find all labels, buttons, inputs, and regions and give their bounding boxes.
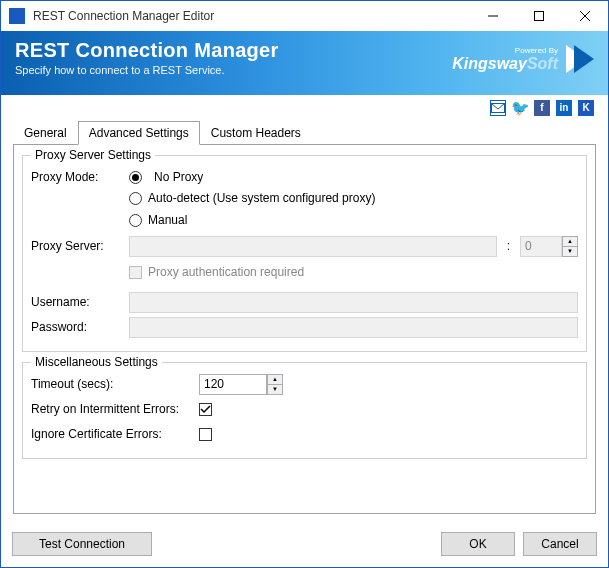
tab-general[interactable]: General <box>13 121 78 145</box>
timeout-spinner[interactable]: ▲▼ <box>199 374 283 395</box>
timeout-down-button[interactable]: ▼ <box>267 384 283 395</box>
ignore-cert-checkbox[interactable] <box>199 428 212 441</box>
footer-bar: Test Connection OK Cancel <box>0 520 609 568</box>
k-icon[interactable]: K <box>578 100 594 116</box>
proxy-legend: Proxy Server Settings <box>31 148 155 162</box>
window-titlebar: REST Connection Manager Editor <box>1 1 608 31</box>
radio-no-proxy-label[interactable]: No Proxy <box>154 170 203 184</box>
retry-checkbox[interactable] <box>199 403 212 416</box>
social-row: 🐦 f in K <box>1 95 608 120</box>
proxy-server-label: Proxy Server: <box>31 239 129 253</box>
twitter-icon[interactable]: 🐦 <box>512 100 528 116</box>
maximize-button[interactable] <box>516 1 562 31</box>
proxy-mode-label: Proxy Mode: <box>31 170 129 184</box>
app-icon <box>9 8 25 24</box>
tab-advanced-settings[interactable]: Advanced Settings <box>78 121 200 145</box>
ok-button[interactable]: OK <box>441 532 515 556</box>
ignore-cert-label: Ignore Certificate Errors: <box>31 427 199 441</box>
radio-manual[interactable] <box>129 214 142 227</box>
tab-panel-advanced: Proxy Server Settings Proxy Mode: No Pro… <box>13 144 596 514</box>
proxy-settings-group: Proxy Server Settings Proxy Mode: No Pro… <box>22 155 587 352</box>
port-separator: : <box>503 239 514 253</box>
proxy-auth-checkbox[interactable] <box>129 266 142 279</box>
username-label: Username: <box>31 295 129 309</box>
proxy-port-spinner[interactable]: ▲▼ <box>520 236 578 257</box>
timeout-label: Timeout (secs): <box>31 377 199 391</box>
retry-label: Retry on Intermittent Errors: <box>31 402 199 416</box>
port-down-button[interactable]: ▼ <box>562 246 578 257</box>
radio-no-proxy[interactable] <box>129 171 142 184</box>
username-input[interactable] <box>129 292 578 313</box>
arrow-icon <box>564 41 594 77</box>
radio-auto-detect-label[interactable]: Auto-detect (Use system configured proxy… <box>148 191 375 205</box>
tab-strip: General Advanced Settings Custom Headers <box>13 121 596 145</box>
powered-by-label: Powered By <box>452 46 558 55</box>
password-label: Password: <box>31 320 129 334</box>
misc-settings-group: Miscellaneous Settings Timeout (secs): ▲… <box>22 362 587 459</box>
email-icon[interactable] <box>490 100 506 116</box>
misc-legend: Miscellaneous Settings <box>31 355 162 369</box>
radio-auto-detect[interactable] <box>129 192 142 205</box>
window-title: REST Connection Manager Editor <box>33 9 470 23</box>
cancel-button[interactable]: Cancel <box>523 532 597 556</box>
proxy-auth-label: Proxy authentication required <box>148 265 304 279</box>
test-connection-button[interactable]: Test Connection <box>12 532 152 556</box>
radio-manual-label[interactable]: Manual <box>148 213 187 227</box>
facebook-icon[interactable]: f <box>534 100 550 116</box>
linkedin-icon[interactable]: in <box>556 100 572 116</box>
minimize-button[interactable] <box>470 1 516 31</box>
close-button[interactable] <box>562 1 608 31</box>
tab-custom-headers[interactable]: Custom Headers <box>200 121 312 145</box>
proxy-port-input[interactable] <box>520 236 562 257</box>
proxy-server-input[interactable] <box>129 236 497 257</box>
vendor-logo: Powered By KingswaySoft <box>452 41 594 77</box>
port-up-button[interactable]: ▲ <box>562 236 578 246</box>
timeout-input[interactable] <box>199 374 267 395</box>
timeout-up-button[interactable]: ▲ <box>267 374 283 384</box>
password-input[interactable] <box>129 317 578 338</box>
header-banner: REST Connection Manager Specify how to c… <box>1 31 608 95</box>
svg-rect-1 <box>535 12 544 21</box>
